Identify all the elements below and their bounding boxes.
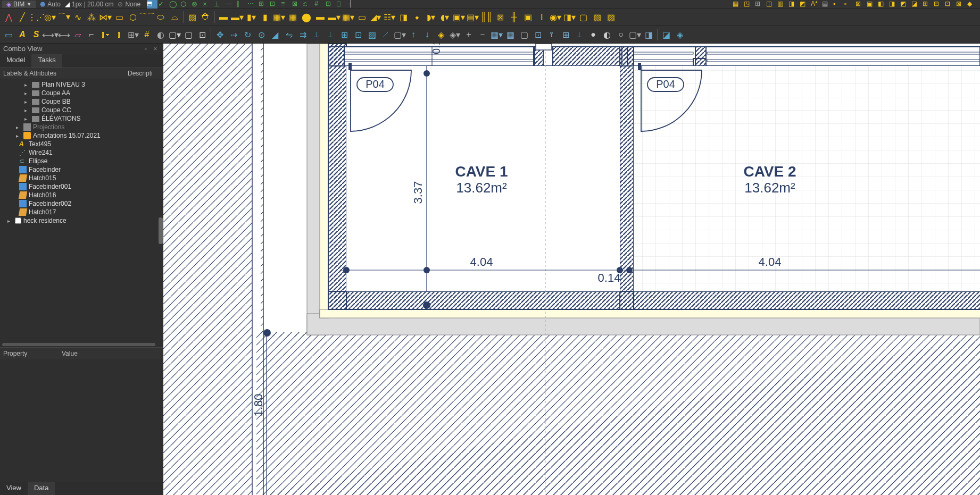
topright-icon-9[interactable]: ▤ [822,0,833,9]
snap-icon-17[interactable]: ⊡ [326,0,336,9]
tool-draft-icon[interactable]: ▢▾ [628,28,641,41]
tool-wall2-icon[interactable]: ▬▾ [231,11,244,23]
tool-dim2-icon[interactable]: ⟷ [57,28,70,41]
tool-bool3-icon[interactable]: ○ [614,28,627,41]
tree-item[interactable]: Hatch015 [0,174,163,182]
topright-icon-15[interactable]: ◨ [889,0,900,9]
tool-axis-icon[interactable]: ⫿▾ [99,28,112,41]
tool-truss-icon[interactable]: ⊠ [494,11,506,23]
tool-rect-icon[interactable]: ▭ [113,11,126,23]
topright-icon-11[interactable]: ▫ [844,0,855,9]
tool-down-icon[interactable]: ↓ [421,28,434,41]
tool-patharray-icon[interactable]: ⊡ [352,28,364,41]
tool-rotate-icon[interactable]: ↻ [241,28,254,41]
topright-icon-12[interactable]: ⊠ [856,0,866,9]
snap-icon-3[interactable]: ◯ [169,0,180,9]
tool-grid-icon[interactable]: ⊞▾ [127,28,139,41]
tool-label-icon[interactable]: ▱ [71,28,84,41]
topright-icon-3[interactable]: ⊞ [755,0,766,9]
tool-sel3-icon[interactable]: ⫯ [545,28,558,41]
tool-brick-icon[interactable]: ▦▾ [272,11,285,23]
tree-item[interactable]: ⊂Ellipse [0,157,163,165]
topright-icon-8[interactable]: A* [811,0,821,9]
auto-toggle[interactable]: ⬣Auto [40,1,61,8]
snap-icon-16[interactable]: # [314,0,325,9]
tool-array-icon[interactable]: ⊞ [338,28,351,41]
tool-sel5-icon[interactable]: ⟂ [573,28,586,41]
tool-bool2-icon[interactable]: ◐ [601,28,613,41]
tool-roof-icon[interactable]: ◢▾ [369,11,382,23]
tool-column2-icon[interactable]: ▮ [259,11,271,23]
snap-icon-4[interactable]: ⬡ [180,0,191,9]
tool-grid2-icon[interactable]: # [140,28,153,41]
tab-model[interactable]: Model [0,54,31,68]
tool-beam2-icon[interactable]: ▬▾ [328,11,340,23]
tool-pipe3-icon[interactable]: ◖▾ [438,11,451,23]
tool-circle-icon[interactable]: ◎▾ [44,11,56,23]
tool-panel3-icon[interactable]: ▨ [604,11,617,23]
tree-hscrollbar[interactable] [2,343,155,346]
snap-icon-1[interactable]: ⬒ [147,0,157,9]
tool-edit2-icon[interactable]: ▢▾ [393,28,406,41]
tree-item[interactable]: ▸Coupe AA [0,89,163,97]
tool-sel2-icon[interactable]: ⊡ [531,28,544,41]
constraint-setting[interactable]: ⊘None [118,1,140,8]
topright-icon-7[interactable]: ◩ [800,0,810,9]
tool-bool1-icon[interactable]: ● [587,28,600,41]
tool-window-icon[interactable]: ▣▾ [452,11,465,23]
tool-label2-icon[interactable]: ⌐ [85,28,98,41]
snap-icon-13[interactable]: ≡ [281,0,292,9]
tree-item[interactable]: Hatch017 [0,208,163,216]
topright-icon-1[interactable]: ▦ [733,0,743,9]
tool-up-icon[interactable]: ↑ [407,28,420,41]
tool-sel-icon[interactable]: ▢ [518,28,530,41]
topright-icon-20[interactable]: ⊡ [945,0,956,9]
snap-icon-15[interactable]: ⎌ [303,0,314,9]
tool-remove-icon[interactable]: － [476,28,489,41]
tool-column-icon[interactable]: ▮▾ [245,11,258,23]
float-icon[interactable]: ▫ [142,45,150,53]
tool-panel-icon[interactable]: ▢ [577,11,589,23]
tool-rebar2-icon[interactable]: ◨▾ [563,11,576,23]
tool-arc3-icon[interactable]: ⌓ [168,11,181,23]
workbench-selector[interactable]: ◈BIM▼ [2,1,36,8]
model-tree[interactable]: ▸Plan NIVEAU 3 ▸Coupe AA ▸Coupe BB ▸Coup… [0,79,163,347]
tree-item[interactable]: ▸Coupe CC [0,106,163,114]
tool-stairs-icon[interactable]: ▤▾ [466,11,479,23]
tool-bezier-icon[interactable]: ⁂ [85,11,98,23]
tool-line-icon[interactable]: ╱ [16,11,29,23]
tool-floor2-icon[interactable]: ◨ [397,11,410,23]
tool-polyline-icon[interactable]: ⋮⋰ [30,11,43,23]
tool-panel2-icon[interactable]: ▧ [591,11,603,23]
snap-icon-5[interactable]: ⊗ [192,0,202,9]
tool-axis2-icon[interactable]: ⫿ [113,28,126,41]
tree-item[interactable]: ▸Projections [0,123,163,131]
tool-frame-icon[interactable]: ╫ [508,11,520,23]
tab-data[interactable]: Data [28,482,55,495]
topright-icon-5[interactable]: ▥ [777,0,788,9]
snap-icon-19[interactable]: ┤ [348,0,359,9]
tool-page3-icon[interactable]: ⊡ [196,28,209,41]
tool-offset-icon[interactable]: ⇉ [296,28,309,41]
topright-icon-10[interactable]: ▪ [833,0,844,9]
topright-icon-16[interactable]: ◩ [900,0,911,9]
tool-tag-icon[interactable]: ◪ [660,28,672,41]
snap-icon-11[interactable]: ⊞ [259,0,269,9]
snap-icon-10[interactable]: ⋯ [247,0,258,9]
tool-cylinder-icon[interactable]: ⬤ [300,11,313,23]
tool-bspline-icon[interactable]: ⌒⌒ [140,11,153,23]
tree-item[interactable]: Facebinder002 [0,199,163,208]
tree-item[interactable]: ▸Annotations 15.07.2021 [0,131,163,140]
tree-item[interactable]: ▸ÉLÉVATIONS [0,114,163,123]
tool-text-icon[interactable]: A [16,28,29,41]
tree-item[interactable]: AText495 [0,140,163,148]
topright-icon-19[interactable]: ⊟ [934,0,944,9]
tool-pipe-icon[interactable]: ⬥ [411,11,423,23]
tool-beam3-icon[interactable]: ▦▾ [342,11,354,23]
snap-icon-8[interactable]: — [225,0,236,9]
tree-item[interactable]: ▸Coupe BB [0,97,163,106]
tool-section-icon[interactable]: ◐ [154,28,167,41]
tool-image-icon[interactable]: ▭ [2,28,15,41]
tool-hatch-icon[interactable]: ▨ [186,11,198,23]
tool-page2-icon[interactable]: ▢ [182,28,195,41]
